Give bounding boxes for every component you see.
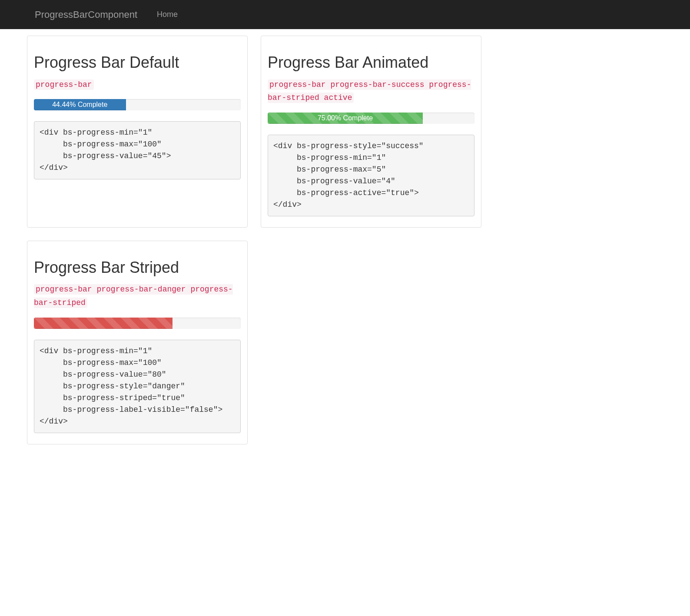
progress-bar-default: 44.44% Complete — [34, 99, 126, 110]
code-block-animated: <div bs-progress-style="success" bs-prog… — [268, 135, 474, 216]
row-2: Progress Bar Striped progress-bar progre… — [20, 241, 488, 457]
panel-title-striped: Progress Bar Striped — [34, 256, 241, 278]
col-striped: Progress Bar Striped progress-bar progre… — [20, 241, 254, 444]
class-code-wrap-animated: progress-bar progress-bar-success progre… — [268, 78, 474, 105]
nav-item-home: Home — [150, 1, 184, 28]
class-code-default: progress-bar — [34, 79, 94, 90]
progress-label-default: 44.44% Complete — [52, 101, 107, 108]
panel-striped: Progress Bar Striped progress-bar progre… — [27, 241, 248, 444]
class-code-animated: progress-bar progress-bar-success progre… — [268, 79, 471, 103]
nav-link-home[interactable]: Home — [150, 1, 184, 28]
navbar-brand[interactable]: ProgressBarComponent — [28, 0, 144, 29]
navbar-nav: Home — [150, 1, 184, 28]
progress-track-default: 44.44% Complete — [34, 99, 241, 110]
panel-title-animated: Progress Bar Animated — [268, 51, 474, 73]
col-animated: Progress Bar Animated progress-bar progr… — [254, 36, 488, 228]
panel-default: Progress Bar Default progress-bar 44.44%… — [27, 36, 248, 228]
row-1: Progress Bar Default progress-bar 44.44%… — [20, 36, 488, 241]
class-code-wrap-striped: progress-bar progress-bar-danger progres… — [34, 283, 241, 309]
code-block-striped: <div bs-progress-min="1" bs-progress-max… — [34, 340, 241, 433]
panel-animated: Progress Bar Animated progress-bar progr… — [261, 36, 481, 228]
code-block-default: <div bs-progress-min="1" bs-progress-max… — [34, 121, 241, 179]
col-default: Progress Bar Default progress-bar 44.44%… — [20, 36, 254, 228]
panel-title-default: Progress Bar Default — [34, 51, 241, 73]
progress-track-animated: 75.00% Complete — [268, 113, 474, 124]
progress-bar-animated: 75.00% Complete — [268, 113, 423, 124]
navbar: ProgressBarComponent Home — [0, 0, 690, 29]
class-code-striped: progress-bar progress-bar-danger progres… — [34, 284, 233, 308]
navbar-container: ProgressBarComponent Home — [0, 0, 191, 29]
progress-track-striped — [34, 318, 241, 329]
progress-label-animated: 75.00% Complete — [318, 114, 373, 122]
class-code-wrap-default: progress-bar — [34, 78, 241, 92]
main-container: Progress Bar Default progress-bar 44.44%… — [0, 29, 508, 464]
progress-bar-striped — [34, 318, 172, 329]
